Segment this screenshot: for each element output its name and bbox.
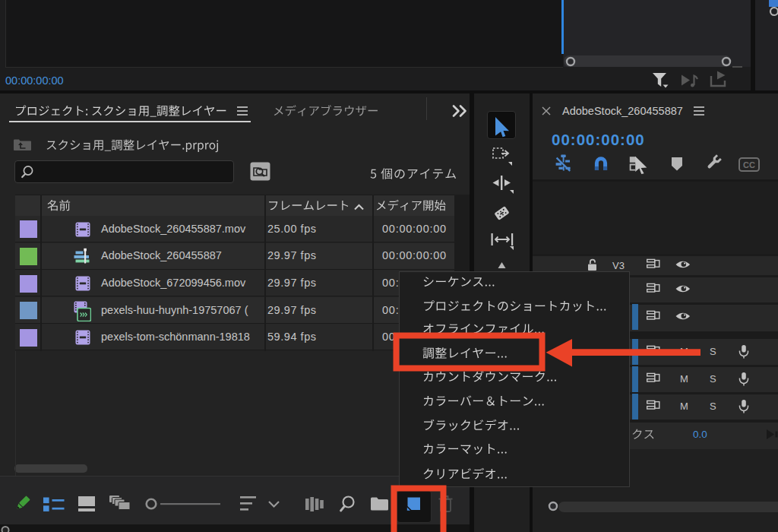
svg-text:CC: CC — [743, 160, 755, 169]
